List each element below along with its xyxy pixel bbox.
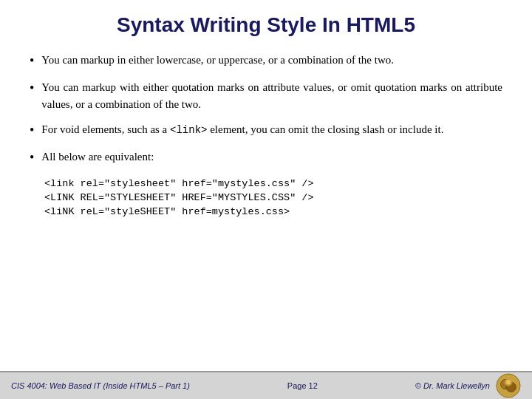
code-line-3: <liNK reL="styleSHEET" href=mystyles.css… — [44, 206, 502, 217]
footer-logo-icon — [496, 373, 521, 398]
footer-author: © Dr. Mark Llewellyn — [415, 381, 490, 390]
bullet-dot-3: • — [30, 121, 34, 140]
bullet-item-1: • You can markup in either lowercase, or… — [30, 52, 502, 70]
svg-point-3 — [505, 380, 511, 386]
bullet-text-2: You can markup with either quotation mar… — [41, 79, 502, 112]
bullet-text-3: For void elements, such as a <link> elem… — [41, 121, 502, 138]
inline-code-link: <link> — [170, 124, 207, 136]
bullet-text-1: You can markup in either lowercase, or u… — [41, 52, 502, 69]
bullet-dot-4: • — [30, 149, 34, 167]
bullet-item-2: • You can markup with either quotation m… — [30, 79, 502, 112]
slide-container: Syntax Writing Style In HTML5 • You can … — [0, 0, 532, 399]
bullet-dot-1: • — [30, 52, 34, 70]
bullet-dot-2: • — [30, 79, 34, 98]
slide-header: Syntax Writing Style In HTML5 — [0, 0, 532, 44]
bullet-text-4: All below are equivalent: — [41, 149, 502, 166]
bullet-item-3: • For void elements, such as a <link> el… — [30, 121, 502, 140]
footer-right-section: © Dr. Mark Llewellyn — [415, 373, 521, 398]
footer-page-number: Page 12 — [287, 381, 318, 390]
bullet-item-4: • All below are equivalent: — [30, 149, 502, 167]
slide-body: • You can markup in either lowercase, or… — [0, 44, 532, 371]
slide-footer: CIS 4004: Web Based IT (Inside HTML5 – P… — [0, 371, 532, 399]
slide-title: Syntax Writing Style In HTML5 — [30, 13, 502, 37]
code-line-2: <LINK REL="STYLESHEET" HREF="MYSTYLES.CS… — [44, 192, 502, 203]
code-block: <link rel="stylesheet" href="mystyles.cs… — [44, 178, 502, 217]
code-line-1: <link rel="stylesheet" href="mystyles.cs… — [44, 178, 502, 189]
footer-course-info: CIS 4004: Web Based IT (Inside HTML5 – P… — [11, 381, 190, 390]
